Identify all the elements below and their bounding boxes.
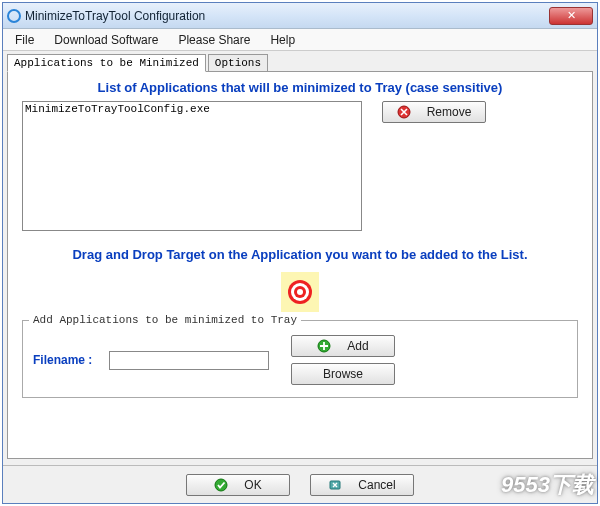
app-icon — [7, 9, 21, 23]
tab-panel-applications: List of Applications that will be minimi… — [7, 71, 593, 459]
filename-input[interactable] — [109, 351, 269, 370]
app-listbox[interactable]: MinimizeToTrayToolConfig.exe — [22, 101, 362, 231]
footer-bar: OK Cancel — [3, 465, 597, 503]
tab-options[interactable]: Options — [208, 54, 268, 72]
add-button[interactable]: Add — [291, 335, 395, 357]
menu-help[interactable]: Help — [260, 30, 305, 50]
remove-icon — [397, 105, 411, 119]
cancel-icon — [328, 478, 342, 492]
add-icon — [317, 339, 331, 353]
application-window: MinimizeToTrayTool Configuration ✕ File … — [2, 2, 598, 504]
ok-button[interactable]: OK — [186, 474, 290, 496]
list-row: MinimizeToTrayToolConfig.exe Remove — [22, 101, 578, 231]
browse-button[interactable]: Browse — [291, 363, 395, 385]
window-title: MinimizeToTrayTool Configuration — [25, 9, 549, 23]
close-button[interactable]: ✕ — [549, 7, 593, 25]
add-apps-group: Add Applications to be minimized to Tray… — [22, 320, 578, 398]
menu-file[interactable]: File — [5, 30, 44, 50]
drag-heading: Drag and Drop Target on the Application … — [22, 247, 578, 262]
filename-label: Filename : — [33, 353, 101, 367]
check-icon — [214, 478, 228, 492]
browse-button-label: Browse — [323, 367, 363, 381]
remove-button[interactable]: Remove — [382, 101, 486, 123]
titlebar: MinimizeToTrayTool Configuration ✕ — [3, 3, 597, 29]
list-heading: List of Applications that will be minimi… — [22, 80, 578, 95]
cancel-button[interactable]: Cancel — [310, 474, 414, 496]
ok-button-label: OK — [244, 478, 261, 492]
cancel-button-label: Cancel — [358, 478, 395, 492]
menu-please-share[interactable]: Please Share — [168, 30, 260, 50]
svg-point-6 — [215, 479, 227, 491]
list-item[interactable]: MinimizeToTrayToolConfig.exe — [25, 103, 359, 115]
drag-target-icon[interactable] — [281, 272, 319, 312]
menubar: File Download Software Please Share Help — [3, 29, 597, 51]
svg-point-4 — [297, 289, 303, 295]
content-area: Applications to be Minimized Options Lis… — [3, 51, 597, 465]
tab-applications[interactable]: Applications to be Minimized — [7, 54, 206, 72]
add-button-label: Add — [347, 339, 368, 353]
remove-button-label: Remove — [427, 105, 472, 119]
tabstrip: Applications to be Minimized Options — [7, 54, 593, 72]
group-legend: Add Applications to be minimized to Tray — [29, 314, 301, 326]
menu-download-software[interactable]: Download Software — [44, 30, 168, 50]
